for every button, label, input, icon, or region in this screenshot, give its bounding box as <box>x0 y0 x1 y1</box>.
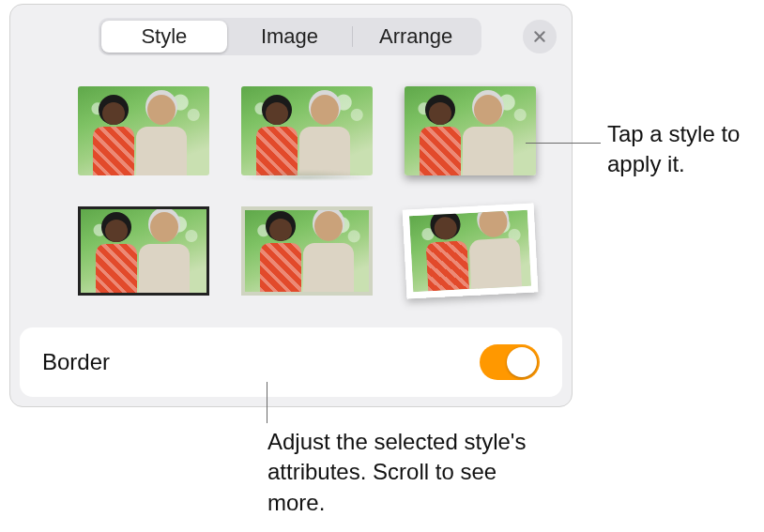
format-panel: Style Image Arrange <box>9 4 573 407</box>
style-thumbnail[interactable] <box>69 78 218 183</box>
close-button[interactable] <box>523 20 557 53</box>
photo-preview <box>78 86 209 175</box>
close-icon <box>532 29 547 44</box>
tab-style[interactable]: Style <box>101 21 227 53</box>
border-toggle[interactable] <box>480 344 540 380</box>
style-thumbnail[interactable] <box>233 198 381 303</box>
tab-arrange[interactable]: Arrange <box>353 21 479 53</box>
style-thumbnail[interactable] <box>393 194 547 307</box>
format-tabs: Style Image Arrange <box>99 18 481 55</box>
callout-adjust: Adjust the selected style's attributes. … <box>267 427 549 518</box>
callout-tap-style: Tap a style to apply it. <box>607 119 757 180</box>
photo-preview <box>241 86 373 175</box>
callout-leader <box>526 143 601 144</box>
photo-preview <box>405 86 536 175</box>
photo-preview <box>78 206 209 296</box>
toggle-knob <box>507 347 537 377</box>
photo-preview <box>241 206 373 296</box>
tab-image[interactable]: Image <box>227 21 353 53</box>
photo-preview <box>403 203 539 298</box>
border-row: Border <box>20 327 562 397</box>
style-thumbnail[interactable] <box>396 78 544 183</box>
border-label: Border <box>42 349 480 375</box>
callout-leader <box>267 382 267 423</box>
style-thumbnail[interactable] <box>233 78 381 183</box>
style-thumbnail[interactable] <box>69 198 218 303</box>
style-thumbnails <box>63 78 551 303</box>
